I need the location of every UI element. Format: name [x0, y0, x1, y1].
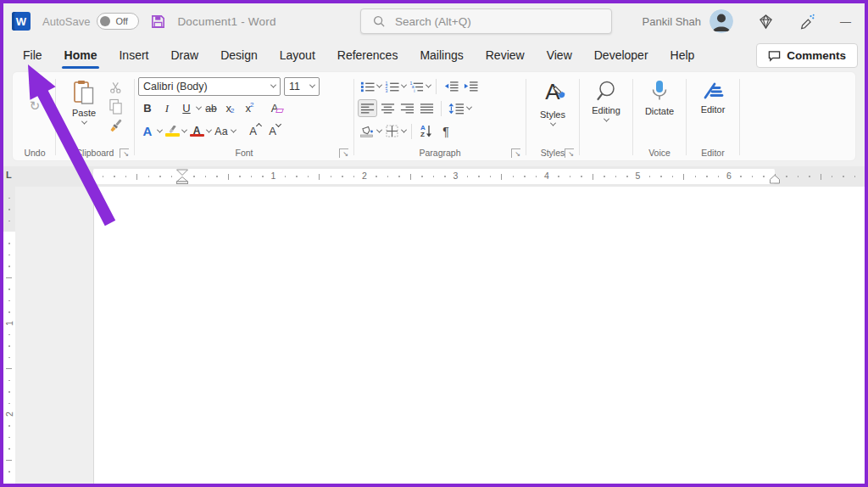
align-left-button[interactable] [358, 99, 377, 117]
paragraph-dialog-launcher[interactable]: ↘ [511, 148, 520, 158]
editing-chevron[interactable] [603, 116, 609, 122]
tab-design[interactable]: Design [209, 39, 269, 71]
tab-home[interactable]: Home [53, 39, 108, 71]
font-name-chevron[interactable] [270, 82, 276, 88]
paste-button[interactable]: Paste [65, 76, 103, 125]
user-name[interactable]: Pankil Shah [643, 15, 701, 28]
indent-markers[interactable] [175, 169, 189, 184]
tab-draw[interactable]: Draw [159, 39, 209, 71]
tab-layout[interactable]: Layout [269, 39, 326, 71]
highlight-chevron[interactable] [181, 127, 187, 133]
marker-pen-icon[interactable] [798, 13, 815, 30]
ruler-tick [581, 176, 582, 177]
align-right-icon [400, 103, 415, 114]
editing-button[interactable]: Editing [583, 76, 629, 122]
shading-button[interactable] [358, 122, 376, 140]
dictate-button[interactable]: Dictate [637, 76, 682, 116]
paste-dropdown-chevron[interactable] [81, 119, 86, 125]
underline-chevron[interactable] [196, 104, 202, 110]
shrink-font-button[interactable]: A [265, 122, 284, 140]
numbering-chevron[interactable] [401, 82, 407, 88]
multilevel-list-button[interactable]: 1ai [407, 77, 426, 95]
tab-file[interactable]: File [12, 39, 53, 71]
bold-button[interactable]: B [138, 99, 157, 117]
font-dialog-launcher[interactable]: ↘ [339, 148, 348, 158]
tab-help[interactable]: Help [659, 39, 706, 71]
styles-button[interactable]: A Styles [530, 76, 576, 126]
justify-button[interactable] [417, 99, 436, 117]
align-center-button[interactable] [378, 99, 397, 117]
decrease-indent-button[interactable] [442, 77, 460, 95]
tab-mailings[interactable]: Mailings [409, 39, 474, 71]
search-input[interactable] [393, 14, 588, 29]
cut-button[interactable] [106, 78, 125, 96]
change-case-chevron[interactable] [231, 127, 236, 133]
tab-developer[interactable]: Developer [583, 39, 659, 71]
word-app-icon[interactable]: W [12, 12, 31, 31]
subscript-button[interactable]: x2 [221, 99, 240, 117]
autosave-toggle[interactable]: Off [97, 13, 139, 30]
sort-button[interactable]: AZ [417, 122, 436, 140]
numbering-button[interactable]: 123 [382, 77, 401, 95]
tab-view[interactable]: View [536, 39, 583, 71]
multilevel-chevron[interactable] [426, 82, 431, 88]
tab-stop-selector[interactable]: L [6, 170, 12, 180]
undo-button[interactable]: ↶ [25, 76, 44, 93]
font-name-combo[interactable]: Calibri (Body) [138, 77, 281, 96]
ruler-tick: 2 [4, 408, 14, 420]
voice-group-label: Voice [648, 148, 670, 158]
text-effects-button[interactable]: A [138, 122, 157, 140]
line-spacing-chevron[interactable] [466, 104, 472, 110]
styles-dialog-launcher[interactable]: ↘ [565, 148, 574, 158]
italic-button[interactable]: I [158, 99, 176, 117]
user-avatar[interactable] [709, 9, 733, 33]
ruler-tick [8, 391, 10, 393]
ruler-tick [353, 176, 355, 177]
bullets-button[interactable] [358, 77, 376, 95]
comments-button[interactable]: Comments [756, 43, 858, 68]
font-color-button[interactable]: A [187, 122, 206, 140]
strikethrough-button[interactable]: ab [202, 99, 220, 117]
right-indent-marker[interactable] [768, 169, 782, 184]
borders-chevron[interactable] [401, 127, 407, 133]
ruler-tick: 6 [726, 171, 732, 181]
minimize-button[interactable]: — [840, 15, 851, 28]
format-painter-button[interactable] [106, 117, 125, 135]
paste-clipboard-icon [73, 80, 95, 105]
ruler-tick [695, 176, 697, 177]
tab-insert[interactable]: Insert [108, 39, 159, 71]
grow-font-button[interactable]: A [246, 122, 264, 140]
copy-button[interactable] [106, 98, 125, 115]
font-size-combo[interactable]: 11 [284, 77, 320, 96]
ruler-tick [706, 176, 708, 177]
borders-button[interactable] [382, 122, 401, 140]
vertical-ruler[interactable]: 12 [3, 187, 15, 484]
tab-review[interactable]: Review [475, 39, 536, 71]
clear-formatting-button[interactable]: A [268, 99, 287, 117]
redo-button[interactable]: ↻ [25, 97, 44, 115]
text-effects-chevron[interactable] [157, 127, 163, 133]
ruler-tick [593, 174, 593, 180]
document-page[interactable] [93, 187, 865, 484]
editor-button[interactable]: Editor [690, 76, 736, 115]
font-color-chevron[interactable] [206, 127, 212, 133]
align-right-button[interactable] [398, 99, 416, 117]
show-paragraph-marks-button[interactable]: ¶ [437, 122, 455, 140]
active-tab-underline [62, 66, 100, 69]
search-bar[interactable] [360, 8, 612, 34]
highlight-button[interactable] [163, 122, 181, 140]
increase-indent-button[interactable] [461, 77, 480, 95]
clipboard-dialog-launcher[interactable]: ↘ [120, 148, 129, 158]
line-spacing-button[interactable] [447, 99, 466, 117]
save-icon[interactable] [150, 14, 166, 30]
change-case-button[interactable]: Aa [212, 122, 231, 140]
underline-button[interactable]: U [177, 99, 196, 117]
bullets-chevron[interactable] [376, 82, 382, 88]
styles-chevron[interactable] [549, 120, 555, 126]
shading-chevron[interactable] [376, 127, 382, 133]
premium-diamond-icon[interactable] [758, 14, 774, 30]
tab-references[interactable]: References [326, 39, 409, 71]
horizontal-ruler[interactable]: 123456 [93, 169, 860, 184]
superscript-button[interactable]: x2 [241, 99, 259, 117]
font-size-chevron[interactable] [309, 82, 315, 88]
